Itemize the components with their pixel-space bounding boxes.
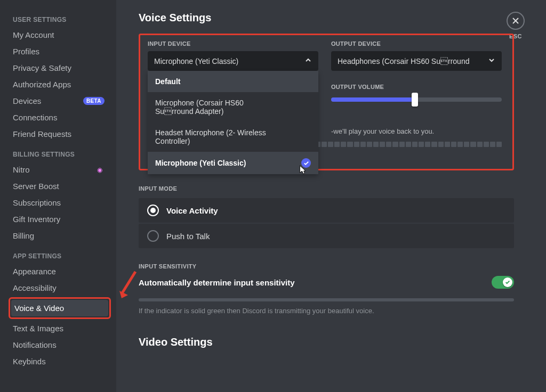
sidebar-item-my-account[interactable]: My Account [10, 27, 110, 43]
sensitivity-note: If the indicator is solid green then Dis… [139, 307, 514, 315]
output-device-label: OUTPUT DEVICE [331, 40, 502, 47]
annotation-highlight-devices: INPUT DEVICE Microphone (Yeti Classic) D… [139, 34, 514, 170]
radio-label: Voice Activity [166, 206, 218, 215]
check-icon [505, 280, 510, 285]
input-device-label: INPUT DEVICE [148, 40, 318, 47]
close-icon [511, 17, 520, 25]
output-volume-slider[interactable] [331, 97, 502, 102]
radio-icon [147, 205, 159, 216]
chevron-up-icon [304, 56, 312, 66]
sidebar-item-billing[interactable]: Billing [10, 227, 110, 244]
sidebar-item-subscriptions[interactable]: Subscriptions [10, 194, 110, 211]
dropdown-option-yeti[interactable]: Microphone (Yeti Classic) [148, 152, 318, 174]
nitro-badge-icon: ◉ [97, 166, 102, 174]
input-mode-label: INPUT MODE [139, 185, 530, 192]
sidebar-item-voice-video[interactable]: Voice & Video [11, 300, 108, 316]
beta-badge: BETA [83, 97, 105, 105]
dropdown-option-default[interactable]: Default [148, 71, 318, 92]
input-mode-group: Voice Activity Push to Talk [139, 198, 514, 248]
dropdown-option-corsair[interactable]: Microphone (Corsair HS60 Surround Adapt… [148, 92, 318, 122]
output-device-value: Headphones (Corsair HS60 Surround Adapt… [338, 57, 471, 66]
sidebar-item-server-boost[interactable]: Server Boost [10, 178, 110, 194]
radio-voice-activity[interactable]: Voice Activity [139, 198, 514, 223]
annotation-highlight-sidebar: Voice & Video [9, 297, 111, 319]
sensitivity-meter [139, 298, 514, 301]
input-sensitivity-label: INPUT SENSITIVITY [139, 263, 530, 270]
sidebar-item-nitro[interactable]: Nitro◉ [10, 161, 110, 178]
page-title: Voice Settings [139, 12, 530, 24]
sidebar-item-connections[interactable]: Connections [10, 109, 110, 126]
slider-fill [331, 97, 415, 102]
output-volume-label: OUTPUT VOLUME [331, 84, 502, 90]
dropdown-option-headset[interactable]: Headset Microphone (2- Wireless Controll… [148, 122, 318, 152]
slider-thumb[interactable] [412, 93, 418, 107]
section-header-billing: BILLING SETTINGS [13, 151, 116, 158]
section-header-app: APP SETTINGS [13, 252, 116, 260]
output-device-select[interactable]: Headphones (Corsair HS60 Surround Adapt… [331, 51, 502, 71]
input-device-dropdown: Default Microphone (Corsair HS60 Surrou… [148, 71, 318, 174]
input-device-select[interactable]: Microphone (Yeti Classic) Default Microp… [148, 51, 318, 71]
sidebar-item-friend-requests[interactable]: Friend Requests [10, 126, 110, 142]
sidebar-item-authorized-apps[interactable]: Authorized Apps [10, 76, 110, 93]
sidebar-item-keybinds[interactable]: Keybinds [10, 353, 110, 370]
sidebar-item-appearance[interactable]: Appearance [10, 263, 110, 280]
sidebar-item-text-images[interactable]: Text & Images [10, 320, 110, 337]
video-settings-title: Video Settings [139, 336, 530, 348]
auto-sensitivity-title: Automatically determine input sensitivit… [139, 278, 295, 287]
settings-sidebar: USER SETTINGS My Account Profiles Privac… [0, 0, 116, 392]
settings-main: Voice Settings ESC INPUT DEVICE Micropho… [116, 0, 546, 392]
sidebar-item-devices[interactable]: DevicesBETA [10, 93, 110, 109]
sidebar-item-notifications[interactable]: Notifications [10, 337, 110, 353]
chevron-down-icon [488, 56, 495, 66]
input-device-value: Microphone (Yeti Classic) [154, 57, 238, 66]
close-button[interactable] [507, 12, 525, 30]
radio-push-to-talk[interactable]: Push to Talk [139, 224, 514, 248]
radio-icon [147, 230, 159, 242]
sidebar-item-gift-inventory[interactable]: Gift Inventory [10, 211, 110, 227]
section-header-user: USER SETTINGS [13, 16, 116, 23]
sidebar-item-privacy[interactable]: Privacy & Safety [10, 60, 110, 76]
check-icon [301, 158, 311, 168]
mic-test-text: -we'll play your voice back to you. [331, 127, 502, 135]
sidebar-item-accessibility[interactable]: Accessibility [10, 280, 110, 296]
sidebar-item-profiles[interactable]: Profiles [10, 43, 110, 60]
radio-label: Push to Talk [166, 232, 210, 241]
auto-sensitivity-toggle[interactable] [492, 276, 514, 289]
